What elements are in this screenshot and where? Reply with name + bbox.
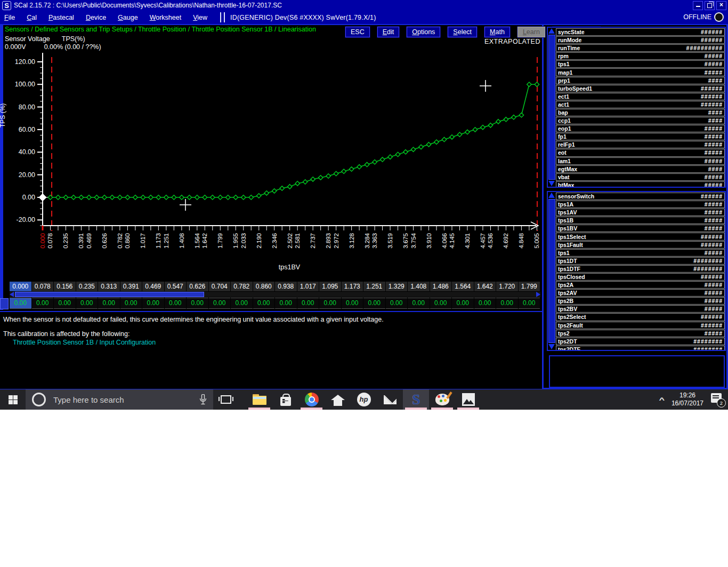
taskbar-photos[interactable] (455, 389, 481, 410)
live-row-turboSpeed1[interactable]: turboSpeed1###### (556, 85, 725, 92)
voltage-col-header[interactable]: 1.486 (430, 282, 452, 291)
live-row-tps1DTF[interactable]: tps1DTF######## (556, 265, 725, 273)
live-row-tps2DTF[interactable]: tps2DTF######## (556, 346, 725, 350)
table-value-cell[interactable]: 0.00 (452, 298, 474, 309)
selected-point-marker[interactable] (39, 194, 46, 201)
live-row-tps1AV[interactable]: tps1AV##### (556, 209, 725, 216)
voltage-col-header[interactable]: 0.235 (76, 282, 98, 291)
table-value-cell[interactable]: 0.00 (386, 298, 408, 309)
live-row-rpm[interactable]: rpm##### (556, 52, 725, 60)
scroll-right-icon[interactable] (536, 292, 540, 297)
table-value-cell[interactable]: 0.00 (474, 298, 496, 309)
scroll-down-icon[interactable] (548, 181, 555, 186)
voltage-col-header[interactable]: 1.095 (319, 282, 341, 291)
taskbar-chrome[interactable] (298, 389, 325, 410)
live-row-map1[interactable]: map1##### (556, 68, 725, 76)
voltage-col-header[interactable]: 1.564 (452, 282, 474, 291)
table-scrollbar[interactable] (10, 292, 540, 297)
voltage-col-header[interactable]: 0.782 (231, 282, 253, 291)
options-button[interactable]: Options (407, 27, 440, 37)
live-row-ccp1[interactable]: ccp1#### (556, 117, 725, 124)
chart-canvas[interactable]: -20.000.0020.0040.0060.0080.00100.00120.… (4, 50, 543, 280)
voltage-col-header[interactable]: 1.329 (386, 282, 408, 291)
live-row-act1[interactable]: act1###### (556, 101, 725, 108)
live-row-tps1B[interactable]: tps1B##### (556, 217, 725, 224)
live-row-runTime[interactable]: runTime########## (556, 44, 725, 52)
voltage-col-header[interactable]: 0.626 (187, 282, 208, 291)
table-value-cell[interactable]: 0.00 (496, 298, 518, 309)
live-row-sensorSwitch[interactable]: sensorSwitch###### (556, 193, 725, 200)
voltage-col-header[interactable]: 0.313 (98, 282, 120, 291)
table-value-cell[interactable]: 0.00 (98, 298, 120, 309)
live-row-lam1[interactable]: lam1##### (556, 157, 725, 165)
voltage-col-header[interactable]: 1.408 (408, 282, 430, 291)
scroll-up-icon[interactable] (548, 28, 555, 34)
live-row-tps1BV[interactable]: tps1BV##### (556, 225, 725, 232)
taskbar-store[interactable] (272, 389, 298, 410)
taskbar-file-explorer[interactable] (246, 389, 272, 410)
action-center-button[interactable]: 2 (711, 393, 725, 406)
table-value-cell[interactable]: 0.00 (430, 298, 452, 309)
voltage-col-header[interactable]: 1.642 (474, 282, 496, 291)
panel1-scrollbar[interactable] (548, 28, 556, 187)
table-value-cell[interactable]: 0.00 (120, 298, 142, 309)
table-value-cell[interactable]: 0.00 (319, 298, 341, 309)
restore-button[interactable] (705, 1, 715, 10)
live-row-tps2[interactable]: tps2##### (556, 330, 725, 337)
affected-by-link[interactable]: Throttle Position Sensor 1B / Input Conf… (13, 339, 542, 346)
taskbar-clock[interactable]: 19:26 16/07/2017 (672, 392, 703, 408)
live-row-tps1DT[interactable]: tps1DT######## (556, 257, 725, 265)
math-button[interactable]: Math (484, 27, 510, 37)
table-value-cell[interactable]: 0.00 (209, 298, 231, 309)
scrollbar-thumb[interactable] (548, 35, 555, 180)
voltage-col-header[interactable]: 1.251 (363, 282, 385, 291)
menu-cal[interactable]: Cal (27, 14, 37, 21)
live-row-syncState[interactable]: syncState###### (556, 28, 725, 36)
menu-worksheet[interactable]: Worksheet (150, 14, 182, 21)
table-value-cell[interactable]: 0.00 (165, 298, 187, 309)
voltage-col-header[interactable]: 0.860 (253, 282, 275, 291)
live-row-tps2AV[interactable]: tps2AV##### (556, 289, 725, 297)
scrollbar-thumb[interactable] (548, 199, 555, 343)
voltage-col-header[interactable]: 0.000 (10, 282, 31, 291)
live-row-relFp1[interactable]: relFp1##### (556, 141, 725, 148)
live-row-tps1[interactable]: tps1##### (556, 249, 725, 257)
live-row-egtMax[interactable]: egtMax#### (556, 165, 725, 173)
live-row-eot[interactable]: eot##### (556, 149, 725, 156)
voltage-col-header[interactable]: 0.391 (120, 282, 142, 291)
search-input[interactable]: Type here to search (26, 389, 213, 410)
scroll-left-icon[interactable] (10, 292, 14, 297)
panel2-scrollbar[interactable] (548, 192, 556, 350)
table-value-cell[interactable]: 0.00 (253, 298, 275, 309)
taskbar-scal-active[interactable]: S (403, 389, 429, 410)
live-row-tps2DT[interactable]: tps2DT######## (556, 338, 725, 345)
scroll-down-icon[interactable] (548, 344, 555, 349)
menu-file[interactable]: File (4, 14, 15, 21)
voltage-col-header[interactable]: 1.173 (342, 282, 363, 291)
table-value-cell[interactable]: 0.00 (275, 298, 297, 309)
live-row-fp1[interactable]: fp1##### (556, 133, 725, 140)
scroll-up-icon[interactable] (548, 193, 555, 198)
table-value-cell[interactable]: 0.00 (142, 298, 164, 309)
live-row-tps2Fault[interactable]: tps2Fault###### (556, 322, 725, 329)
taskbar-home[interactable] (325, 389, 351, 410)
start-button[interactable] (0, 389, 26, 410)
live-row-tpsClosed[interactable]: tpsClosed###### (556, 273, 725, 281)
voltage-col-header[interactable]: 0.704 (209, 282, 231, 291)
scrollbar-thumb[interactable] (15, 292, 204, 297)
voltage-col-header[interactable]: 0.156 (54, 282, 76, 291)
table-value-cell[interactable]: 0.00 (32, 298, 54, 309)
select-button[interactable]: Select (448, 27, 477, 37)
taskbar-mail[interactable] (377, 389, 403, 410)
menu-gauge[interactable]: Gauge (118, 14, 138, 21)
minimize-button[interactable] (693, 1, 703, 10)
live-row-runMode[interactable]: runMode###### (556, 36, 725, 44)
linearisation-chart[interactable]: -20.000.0020.0040.0060.0080.00100.00120.… (4, 50, 543, 280)
live-row-prp1[interactable]: prp1#### (556, 77, 725, 84)
task-view-button[interactable] (213, 389, 239, 410)
voltage-col-header[interactable]: 1.017 (297, 282, 319, 291)
live-row-btMax[interactable]: btMax##### (556, 181, 725, 187)
live-row-eop1[interactable]: eop1##### (556, 125, 725, 132)
voltage-col-header[interactable]: 1.799 (519, 282, 540, 291)
voltage-col-header[interactable]: 0.078 (32, 282, 54, 291)
